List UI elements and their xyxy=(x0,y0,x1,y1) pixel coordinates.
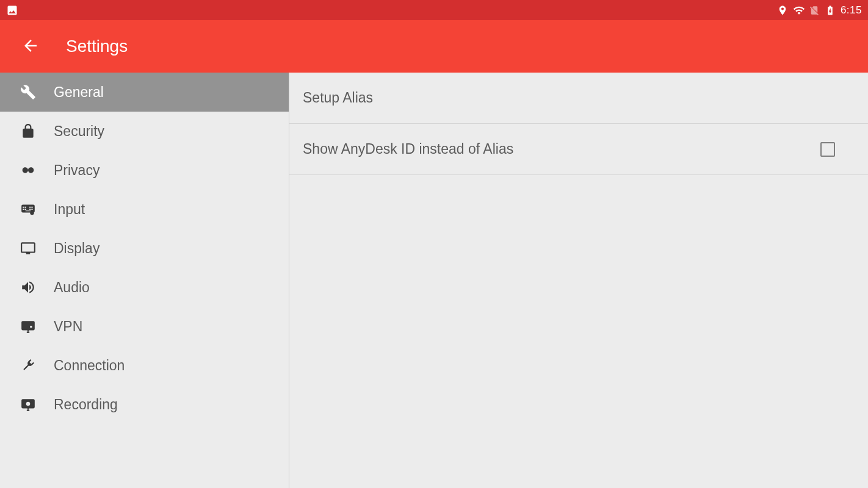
image-icon xyxy=(6,4,18,16)
sidebar-item-connection[interactable]: Connection xyxy=(0,346,289,385)
sidebar-item-audio[interactable]: Audio xyxy=(0,268,289,307)
sidebar-item-input[interactable]: Input xyxy=(0,190,289,229)
plug-icon xyxy=(20,357,37,374)
sidebar-item-display[interactable]: Display xyxy=(0,229,289,268)
arrow-back-icon xyxy=(21,37,40,57)
sidebar-item-label: General xyxy=(54,84,104,101)
status-bar: 6:15 xyxy=(0,0,868,20)
back-button[interactable] xyxy=(20,35,42,57)
sidebar-item-label: Connection xyxy=(54,357,125,374)
sidebar-item-recording[interactable]: Recording xyxy=(0,385,289,424)
settings-sidebar: General Security Privacy Input Display xyxy=(0,73,289,488)
wifi-icon xyxy=(793,4,805,16)
sidebar-item-security[interactable]: Security xyxy=(0,112,289,151)
wrench-icon xyxy=(20,84,37,101)
status-clock: 6:15 xyxy=(841,4,862,16)
sidebar-item-label: Audio xyxy=(54,279,90,296)
glasses-icon xyxy=(20,162,37,179)
recording-icon xyxy=(20,396,37,413)
lock-icon xyxy=(20,123,37,140)
sidebar-item-general[interactable]: General xyxy=(0,73,289,112)
svg-rect-1 xyxy=(27,332,29,333)
location-icon xyxy=(777,4,789,16)
sidebar-item-label: Display xyxy=(54,240,99,257)
setting-setup-alias[interactable]: Setup Alias xyxy=(289,73,868,124)
monitor-icon xyxy=(20,240,37,257)
sidebar-item-label: Security xyxy=(54,123,104,140)
keyboard-icon xyxy=(20,201,37,218)
vpn-icon xyxy=(20,318,37,335)
no-sim-icon xyxy=(809,4,821,16)
sidebar-item-vpn[interactable]: VPN xyxy=(0,307,289,346)
checkbox-unchecked[interactable] xyxy=(820,142,835,157)
battery-charging-icon xyxy=(825,4,837,16)
svg-rect-3 xyxy=(27,410,29,411)
setting-label: Show AnyDesk ID instead of Alias xyxy=(303,141,513,157)
svg-point-0 xyxy=(30,211,34,215)
sidebar-item-label: VPN xyxy=(54,318,82,335)
volume-icon xyxy=(20,279,37,296)
svg-point-2 xyxy=(26,402,31,406)
sidebar-item-privacy[interactable]: Privacy xyxy=(0,151,289,190)
sidebar-item-label: Input xyxy=(54,201,85,218)
sidebar-item-label: Recording xyxy=(54,396,118,413)
sidebar-item-label: Privacy xyxy=(54,162,99,179)
settings-content: Setup Alias Show AnyDesk ID instead of A… xyxy=(289,73,868,488)
app-bar: Settings xyxy=(0,20,868,73)
setting-label: Setup Alias xyxy=(303,90,373,106)
setting-show-id-instead-alias[interactable]: Show AnyDesk ID instead of Alias xyxy=(289,124,868,175)
page-title: Settings xyxy=(66,37,128,56)
